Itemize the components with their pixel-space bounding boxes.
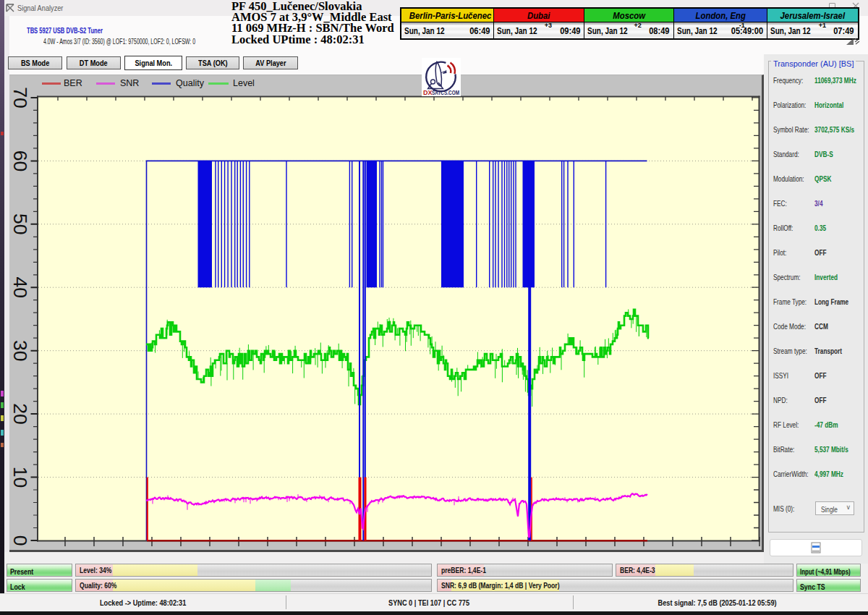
svg-text:SATCS.COM: SATCS.COM: [432, 89, 459, 96]
svg-text:DX: DX: [423, 89, 433, 96]
